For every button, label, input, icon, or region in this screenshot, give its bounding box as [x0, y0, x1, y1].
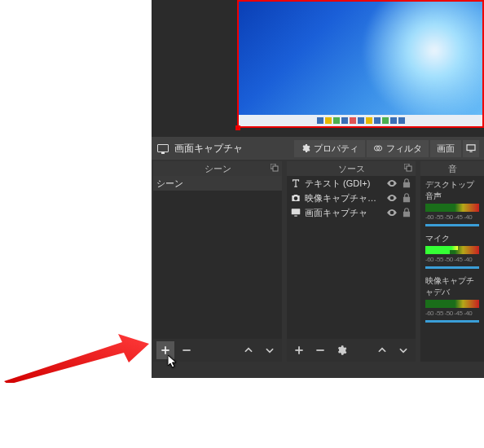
text-icon [290, 178, 301, 189]
audio-meter [425, 246, 479, 254]
scenes-list: シーン [153, 176, 282, 339]
svg-rect-2 [467, 145, 475, 151]
bottom-strip [152, 362, 484, 378]
mixer-track: マイク -60 -55 -50 -45 -40 [420, 230, 484, 272]
dock-icon[interactable] [271, 164, 279, 172]
mixer-track: デスクトップ音声 -60 -55 -50 -45 -40 [420, 176, 484, 230]
chevron-up-icon [376, 345, 388, 356]
chevron-down-icon [264, 345, 275, 356]
mixer-track-label: デスクトップ音声 [425, 179, 479, 202]
eye-icon[interactable] [386, 178, 398, 189]
monitor-icon [290, 207, 301, 218]
mixer-list: デスクトップ音声 -60 -55 -50 -45 -40 マイク -60 -55… [420, 176, 484, 362]
source-down-button[interactable] [394, 341, 412, 359]
filter-button[interactable]: フィルタ [367, 140, 429, 157]
source-settings-button[interactable] [332, 341, 350, 359]
properties-button[interactable]: プロパティ [294, 140, 365, 157]
remove-scene-button[interactable] [178, 341, 196, 359]
screen-button[interactable]: 画面 [430, 140, 461, 157]
sources-title: ソース [338, 163, 365, 175]
dock-icon[interactable] [404, 164, 412, 172]
scene-row[interactable]: シーン [153, 176, 282, 191]
source-row-label: 映像キャプチャデバ [305, 192, 383, 204]
mixer-title: 音 [448, 163, 457, 175]
source-row-label: テキスト (GDI+) [305, 178, 383, 190]
scenes-tools [153, 339, 282, 362]
remove-source-button[interactable] [311, 341, 329, 359]
add-source-button[interactable] [290, 341, 308, 359]
chevron-down-icon [398, 345, 409, 356]
monitor-icon [156, 143, 169, 153]
plus-icon [293, 345, 305, 356]
source-up-button[interactable] [373, 341, 391, 359]
obs-app: 画面キャプチャ プロパティ フィルタ 画面 シーン [152, 0, 484, 378]
eye-icon[interactable] [386, 207, 398, 218]
audio-meter [425, 300, 479, 308]
gear-icon [301, 143, 310, 153]
source-row[interactable]: テキスト (GDI+) [287, 176, 416, 191]
plus-icon [160, 345, 171, 356]
audio-scale: -60 -55 -50 -45 -40 [425, 256, 479, 263]
more-button[interactable] [463, 140, 479, 157]
svg-rect-10 [407, 166, 411, 171]
audio-scale: -60 -55 -50 -45 -40 [425, 310, 479, 317]
filter-label: フィルタ [386, 143, 422, 155]
svg-marker-16 [4, 334, 149, 383]
sources-tools [287, 339, 416, 362]
preview-frame[interactable] [237, 0, 484, 128]
mixer-track: 映像キャプチャデバ -60 -55 -50 -45 -40 [420, 272, 484, 326]
gear-icon [336, 345, 347, 356]
mixer-track-label: 映像キャプチャデバ [425, 275, 479, 298]
mixer-header: 音 [420, 161, 484, 176]
panels: シーン シーン ソース [152, 160, 484, 362]
properties-label: プロパティ [314, 143, 359, 155]
preview-area [152, 0, 484, 137]
add-scene-button[interactable] [156, 341, 174, 359]
minus-icon [181, 345, 192, 356]
mixer-panel: 音 デスクトップ音声 -60 -55 -50 -45 -40 マイク -60 -… [420, 161, 484, 362]
source-row[interactable]: 映像キャプチャデバ [287, 191, 416, 205]
sources-panel: ソース テキスト (GDI+) 映像キャプチャデバ [287, 161, 416, 362]
svg-rect-5 [273, 166, 278, 171]
source-row-label: 画面キャプチャ [305, 207, 383, 219]
scenes-panel: シーン シーン [153, 161, 282, 362]
audio-scale: -60 -55 -50 -45 -40 [425, 213, 479, 221]
sources-list: テキスト (GDI+) 映像キャプチャデバ 画面キャプチャ [287, 176, 416, 339]
status-title: 画面キャプチャ [174, 142, 243, 156]
svg-rect-11 [292, 209, 301, 214]
eye-icon[interactable] [386, 192, 398, 204]
audio-meter [425, 204, 479, 212]
lock-icon[interactable] [401, 178, 412, 189]
scenes-title: シーン [205, 163, 231, 175]
wallpaper-bloom [361, 0, 484, 124]
chevron-up-icon [243, 345, 254, 356]
scene-row-label: シーン [156, 178, 279, 190]
svg-rect-12 [294, 216, 297, 217]
preview-taskbar [239, 115, 482, 126]
screen-label: 画面 [437, 143, 455, 155]
sources-header: ソース [287, 161, 416, 176]
camera-icon [290, 192, 301, 204]
scenes-header: シーン [153, 161, 282, 176]
right-buttons: プロパティ フィルタ 画面 [294, 140, 479, 157]
annotation-arrow [0, 326, 151, 383]
minus-icon [315, 345, 326, 356]
volume-slider[interactable] [425, 320, 479, 323]
mixer-track-label: マイク [425, 233, 479, 244]
scene-down-button[interactable] [261, 341, 279, 359]
scene-up-button[interactable] [240, 341, 257, 359]
filter-icon [373, 143, 383, 153]
volume-slider[interactable] [425, 266, 479, 269]
lock-icon[interactable] [401, 192, 412, 204]
monitor-small-icon [466, 144, 476, 152]
volume-slider[interactable] [425, 224, 479, 226]
lock-icon[interactable] [401, 207, 412, 218]
status-bar: 画面キャプチャ プロパティ フィルタ 画面 [152, 137, 484, 160]
source-row[interactable]: 画面キャプチャ [287, 205, 416, 220]
resize-handle[interactable] [235, 125, 240, 130]
